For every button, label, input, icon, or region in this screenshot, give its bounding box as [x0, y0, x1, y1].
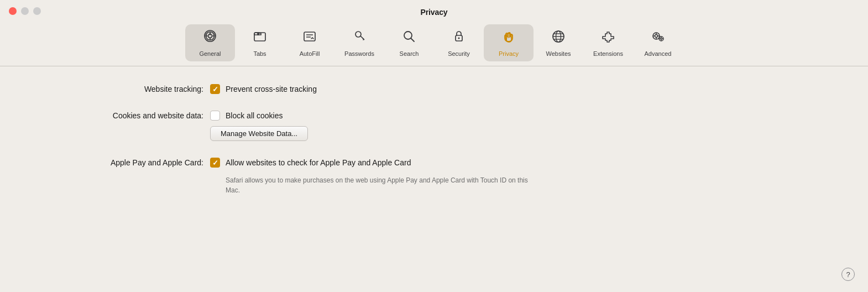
security-icon: [451, 29, 467, 47]
maximize-button[interactable]: [33, 7, 41, 15]
websites-icon: [551, 29, 566, 47]
tab-autofill[interactable]: AutoFill: [285, 24, 334, 61]
apple-pay-control: ✓ Allow websites to check for Apple Pay …: [210, 158, 535, 195]
tab-advanced[interactable]: Advanced: [633, 24, 683, 61]
tab-extensions-label: Extensions: [593, 50, 623, 57]
tab-privacy-label: Privacy: [499, 50, 519, 57]
website-tracking-checkbox-label: Prevent cross-site tracking: [226, 85, 317, 93]
tab-autofill-label: AutoFill: [300, 50, 320, 57]
apple-pay-label: Apple Pay and Apple Card:: [22, 158, 210, 167]
cookies-checkbox-row: Block all cookies: [210, 111, 283, 121]
advanced-icon: [650, 29, 666, 47]
close-button[interactable]: [9, 7, 17, 15]
tab-security[interactable]: Security: [434, 24, 484, 61]
svg-point-21: [655, 35, 658, 38]
content-area: Website tracking: ✓ Prevent cross-site t…: [0, 66, 868, 230]
general-icon: [202, 29, 218, 47]
tab-websites[interactable]: Websites: [534, 24, 583, 61]
apple-pay-row: Apple Pay and Apple Card: ✓ Allow websit…: [22, 158, 846, 195]
tab-search[interactable]: Search: [384, 24, 434, 61]
tab-passwords-label: Passwords: [344, 50, 374, 57]
passwords-icon: [352, 29, 367, 47]
help-button[interactable]: ?: [841, 268, 855, 281]
toolbar: General Tabs AutoFill: [0, 22, 868, 66]
website-tracking-row: Website tracking: ✓ Prevent cross-site t…: [22, 84, 846, 94]
tab-privacy[interactable]: Privacy: [484, 24, 534, 61]
title-bar: Privacy: [0, 0, 868, 22]
window-title: Privacy: [420, 8, 447, 17]
cookies-checkbox-label: Block all cookies: [226, 111, 283, 120]
svg-point-14: [458, 38, 460, 39]
manage-website-data-button[interactable]: Manage Website Data...: [210, 126, 308, 141]
cookies-label: Cookies and website data:: [22, 111, 210, 120]
cookies-control: Block all cookies Manage Website Data...: [210, 111, 308, 141]
checkmark-icon: ✓: [212, 86, 218, 93]
tab-advanced-label: Advanced: [645, 50, 672, 57]
search-icon: [401, 29, 417, 47]
tab-general[interactable]: General: [185, 24, 235, 61]
apple-pay-checkbox-label: Allow websites to check for Apple Pay an…: [226, 158, 411, 167]
autofill-icon: [302, 29, 317, 47]
apple-pay-checkbox[interactable]: ✓: [210, 158, 220, 168]
website-tracking-control: ✓ Prevent cross-site tracking: [210, 84, 317, 94]
tab-search-label: Search: [400, 50, 419, 57]
website-tracking-checkbox[interactable]: ✓: [210, 84, 220, 94]
tab-tabs-label: Tabs: [253, 50, 266, 57]
privacy-icon: [501, 29, 516, 47]
svg-rect-6: [254, 33, 265, 41]
checkmark-icon: ✓: [212, 159, 218, 166]
minimize-button[interactable]: [21, 7, 29, 15]
tab-extensions[interactable]: Extensions: [583, 24, 633, 61]
cookies-checkbox[interactable]: [210, 111, 220, 121]
cookies-row: Cookies and website data: Block all cook…: [22, 111, 846, 141]
window-controls: [9, 7, 41, 15]
apple-pay-checkbox-row: ✓ Allow websites to check for Apple Pay …: [210, 158, 411, 168]
apple-pay-description: Safari allows you to make purchases on t…: [226, 175, 535, 195]
svg-point-10: [355, 32, 361, 37]
svg-rect-7: [304, 32, 315, 41]
extensions-icon: [600, 29, 616, 47]
svg-point-27: [661, 38, 662, 40]
tabs-icon: [252, 29, 268, 47]
tab-security-label: Security: [448, 50, 470, 57]
tab-general-label: General: [199, 50, 221, 57]
tab-tabs[interactable]: Tabs: [235, 24, 285, 61]
svg-line-12: [411, 39, 415, 42]
tab-websites-label: Websites: [546, 50, 571, 57]
website-tracking-checkbox-row: ✓ Prevent cross-site tracking: [210, 84, 317, 94]
tab-passwords[interactable]: Passwords: [334, 24, 384, 61]
website-tracking-label: Website tracking:: [22, 84, 210, 93]
